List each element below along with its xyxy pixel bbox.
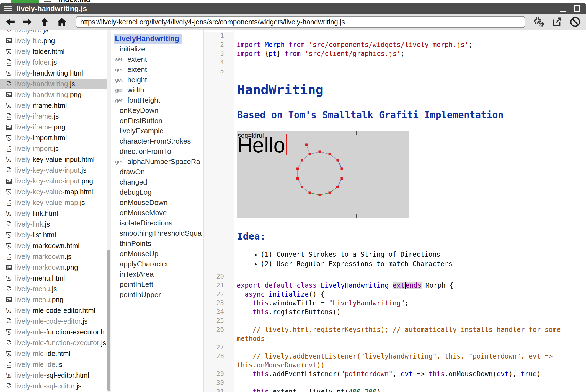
file-list-scrollbar-thumb[interactable]: [107, 250, 110, 391]
file-item[interactable]: lively-key-value-input.png: [0, 176, 107, 186]
outline-item[interactable]: pointInUpper: [111, 290, 203, 300]
file-item[interactable]: 5lively-import.html: [0, 133, 107, 143]
code-text[interactable]: // lively.html.registerKeys(this); // au…: [234, 325, 586, 343]
outline-item[interactable]: livelyExample: [111, 126, 203, 136]
outline-item[interactable]: getalphaNumberSpaceRa: [111, 157, 203, 167]
outline-item[interactable]: debugLog: [111, 187, 203, 198]
outline-item[interactable]: pointInLeft: [111, 279, 203, 290]
file-item[interactable]: lively-file.png: [0, 35, 107, 46]
file-name-prefix: lively-mle-: [15, 328, 46, 336]
hamburger-menu-icon[interactable]: [4, 5, 12, 12]
settings-button[interactable]: [531, 15, 546, 28]
file-item[interactable]: </>lively-handwriting.js: [0, 79, 107, 89]
code-text[interactable]: // lively.addEventListener("livelyhandwr…: [234, 352, 586, 370]
outline-item[interactable]: characterFromStrokes: [111, 136, 203, 146]
outline-item[interactable]: getextent: [111, 64, 203, 75]
file-item[interactable]: lively-menu.png: [0, 294, 107, 305]
file-item[interactable]: 5lively-mle-function-executor.h: [0, 327, 107, 338]
code-text[interactable]: this.addEventListener("pointerdown", evt…: [234, 370, 586, 378]
outline-item[interactable]: onMouseMove: [111, 208, 203, 218]
outline-item[interactable]: onFirstButton: [111, 116, 203, 126]
line-number: 24: [204, 308, 234, 316]
forward-button[interactable]: [20, 15, 34, 28]
back-button[interactable]: [3, 15, 17, 28]
outline-item-label: inTextArea: [120, 270, 154, 279]
file-item[interactable]: </>lively-link.js: [0, 219, 107, 230]
file-item[interactable]: lively-handwriting.png: [0, 89, 107, 100]
image-file-icon: [6, 92, 12, 98]
code-text[interactable]: [234, 343, 586, 352]
code-text[interactable]: [234, 378, 586, 387]
file-item[interactable]: 5lively-key-value-input.html: [0, 154, 107, 165]
code-text[interactable]: this.extent = lively.pt(400,200): [234, 387, 586, 392]
file-item[interactable]: 5lively-key-value-map.html: [0, 186, 107, 197]
file-item[interactable]: 5lively-handwriting.html: [0, 68, 107, 79]
outline-item[interactable]: getfontHeight: [111, 95, 203, 105]
code-text[interactable]: [234, 316, 586, 325]
outline-item[interactable]: directionFromTo: [111, 146, 203, 157]
outline-item[interactable]: changed: [111, 177, 203, 187]
file-item[interactable]: </>lively-mle-sql-editor.js: [0, 381, 107, 391]
code-text[interactable]: [234, 58, 586, 67]
outline-item[interactable]: onKeyDown: [111, 105, 203, 116]
maximize-icon[interactable]: [574, 5, 580, 12]
file-item[interactable]: 5lively-iframe.html: [0, 100, 107, 111]
outline-item[interactable]: LivelyHandwriting: [111, 34, 203, 44]
file-item[interactable]: </>lively-menu.js: [0, 284, 107, 294]
file-item[interactable]: 5lively-link.html: [0, 208, 107, 219]
url-input[interactable]: [76, 16, 525, 28]
up-button[interactable]: [38, 15, 51, 28]
home-button[interactable]: [55, 15, 69, 28]
js-file-icon: </>: [6, 286, 12, 292]
outline-item[interactable]: getwidth: [111, 85, 203, 95]
outline-item-label: initialize: [120, 45, 145, 53]
file-item[interactable]: lively-markdown.png: [0, 262, 107, 273]
file-item[interactable]: 5lively-menu.html: [0, 273, 107, 284]
code-text[interactable]: import {pt} from 'src/client/graphics.js…: [234, 49, 586, 58]
file-item[interactable]: </>lively-folder.js: [0, 57, 107, 68]
file-item[interactable]: 5lively-mle-ide.html: [0, 348, 107, 359]
minimize-icon[interactable]: [559, 5, 567, 12]
outline-item[interactable]: onMouseDown: [111, 198, 203, 208]
code-editor-pane[interactable]: 12import Morph from 'src/components/widg…: [204, 30, 586, 392]
code-text[interactable]: [234, 67, 586, 76]
file-item[interactable]: 5lively-markdown.html: [0, 240, 107, 251]
file-list-scrollbar[interactable]: [107, 30, 111, 392]
outline-item[interactable]: thinPoints: [111, 238, 203, 249]
file-item[interactable]: </>lively-markdown.js: [0, 251, 107, 262]
outline-item[interactable]: inTextArea: [111, 269, 203, 279]
outline-item[interactable]: initialize: [111, 44, 203, 54]
outline-item[interactable]: smoothingThresholdSqua: [111, 228, 203, 238]
outline-item[interactable]: isolateDirections: [111, 218, 203, 228]
file-item[interactable]: 5lively-mle-code-editor.html: [0, 305, 107, 316]
file-item[interactable]: </>lively-mle-ide.js: [0, 359, 107, 370]
file-item[interactable]: lively-iframe.png: [0, 122, 107, 133]
code-text[interactable]: export default class LivelyHandwriting e…: [234, 281, 586, 290]
code-text[interactable]: this.registerButtons(): [234, 308, 586, 316]
outline-item[interactable]: applyCharacter: [111, 259, 203, 269]
file-item[interactable]: 5lively-list.html: [0, 230, 107, 240]
file-item[interactable]: </>lively-import.js: [0, 143, 107, 154]
outline-item[interactable]: getheight: [111, 75, 203, 85]
file-item[interactable]: </>lively-file.js: [0, 30, 107, 35]
file-name-prefix: lively-handwriting: [15, 80, 68, 88]
code-text[interactable]: async initialize() {: [234, 290, 586, 299]
outline-item[interactable]: onMouseUp: [111, 249, 203, 259]
file-item[interactable]: 5lively-mle-sql-editor.html: [0, 370, 107, 381]
file-item[interactable]: 5lively-folder.html: [0, 46, 107, 57]
file-name: iframe.html: [33, 102, 67, 110]
file-item[interactable]: </>lively-key-value-input.js: [0, 165, 107, 176]
code-text[interactable]: this.windowTitle = "LivelyHandwriting";: [234, 299, 586, 308]
block-button[interactable]: [568, 15, 583, 28]
outline-item[interactable]: drawOn: [111, 167, 203, 177]
file-item[interactable]: </>lively-key-value-map.js: [0, 197, 107, 208]
code-text[interactable]: import Morph from 'src/components/widget…: [234, 40, 586, 49]
open-external-button[interactable]: [549, 15, 564, 28]
file-name-prefix: lively-: [15, 209, 33, 217]
outline-item[interactable]: setextent: [111, 54, 203, 64]
file-item[interactable]: </>lively-mle-code-editor.js: [0, 316, 107, 327]
file-item[interactable]: </>lively-iframe.js: [0, 111, 107, 122]
file-item[interactable]: </>lively-mle-function-executor.js: [0, 338, 107, 348]
code-text[interactable]: [234, 272, 586, 281]
code-text[interactable]: [234, 32, 586, 40]
